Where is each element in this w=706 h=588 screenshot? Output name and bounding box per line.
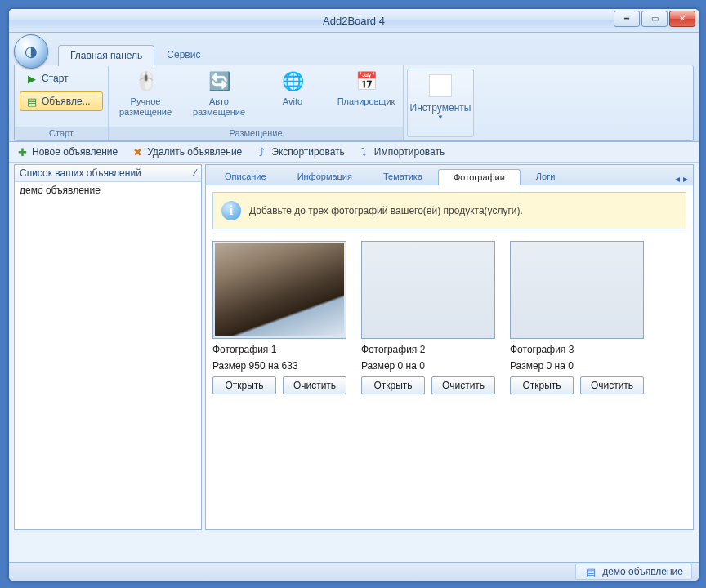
start-label: Старт xyxy=(42,73,69,84)
photos-row: Фотография 1 Размер 950 на 633 Открыть О… xyxy=(206,229,693,406)
status-current-ad[interactable]: ▤ демо объявление xyxy=(575,564,692,580)
ribbon-body: ▶ Старт ▤ Объявле... Старт 🖱️ Ручное раз… xyxy=(14,65,694,141)
new-doc-icon: ✚ xyxy=(16,145,29,158)
clear-button-1[interactable]: Очистить xyxy=(283,376,346,394)
content-tabs: Описание Информация Тематика Фотографии … xyxy=(206,165,693,185)
tools-dropdown[interactable]: Инструменты ▼ xyxy=(407,69,474,137)
chevron-down-icon: ▼ xyxy=(437,114,444,121)
ads-list-header[interactable]: Список ваших объявлений ∕ xyxy=(15,165,201,182)
secondary-toolbar: ✚ Новое объявление ✖ Удалить объявление … xyxy=(9,142,699,163)
photo-title-1: Фотография 1 xyxy=(212,344,346,355)
new-ad-button[interactable]: ✚ Новое объявление xyxy=(16,145,118,158)
scheduler-button[interactable]: 📅 Планировщик xyxy=(334,69,398,117)
tab-information[interactable]: Информация xyxy=(282,168,368,185)
app-window: Add2Board 4 ━ ▭ ✕ ◑ Главная панель Серви… xyxy=(8,8,699,581)
photo-size-1: Размер 950 на 633 xyxy=(212,360,346,372)
workspace: Список ваших объявлений ∕ демо объявлени… xyxy=(9,163,699,533)
ads-list-panel: Список ваших объявлений ∕ демо объявлени… xyxy=(14,164,202,530)
export-button[interactable]: ⤴ Экспортировать xyxy=(255,145,345,158)
refresh-icon: 🔄 xyxy=(206,69,232,95)
main-panel: Описание Информация Тематика Фотографии … xyxy=(205,164,694,530)
scroll-left-icon[interactable]: ◂ xyxy=(675,173,680,185)
avito-label: Avito xyxy=(283,96,302,107)
tools-icon xyxy=(429,74,452,97)
auto-placement-button[interactable]: 🔄 Авто размещение xyxy=(187,69,251,117)
info-icon: i xyxy=(221,201,241,220)
photo-thumbnail-3[interactable] xyxy=(510,241,644,339)
photo-thumbnail-1[interactable] xyxy=(212,241,346,339)
photo-size-3: Размер 0 на 0 xyxy=(510,360,644,372)
minimize-button[interactable]: ━ xyxy=(614,11,640,27)
cursor-icon: 🖱️ xyxy=(132,69,159,95)
tab-logs[interactable]: Логи xyxy=(521,168,571,185)
tab-photos[interactable]: Фотографии xyxy=(438,169,521,185)
photo-title-2: Фотография 2 xyxy=(361,344,495,355)
clear-button-3[interactable]: Очистить xyxy=(580,376,644,394)
document-icon: ▤ xyxy=(25,95,38,108)
status-bar: ▤ демо объявление xyxy=(9,562,699,581)
ribbon: ◑ Главная панель Сервис ▶ Старт ▤ Объявл… xyxy=(9,33,699,142)
open-button-1[interactable]: Открыть xyxy=(212,376,276,394)
group-placement-label: Размещение xyxy=(109,127,403,140)
window-controls: ━ ▭ ✕ xyxy=(612,11,695,27)
import-label: Импортировать xyxy=(374,146,445,158)
maximize-icon: ▭ xyxy=(651,15,659,23)
export-icon: ⤴ xyxy=(255,145,268,158)
ribbon-tabs: Главная панель Сервис xyxy=(58,44,212,65)
photo-size-2: Размер 0 на 0 xyxy=(361,360,495,372)
open-button-3[interactable]: Открыть xyxy=(510,376,574,394)
close-button[interactable]: ✕ xyxy=(669,11,695,27)
tab-description[interactable]: Описание xyxy=(209,168,282,185)
status-doc-icon: ▤ xyxy=(584,565,597,578)
start-button[interactable]: ▶ Старт xyxy=(20,69,103,88)
globe-icon: ◑ xyxy=(25,42,38,60)
ads-list-header-label: Список ваших объявлений xyxy=(20,167,141,179)
tab-theme[interactable]: Тематика xyxy=(368,168,438,185)
maximize-button[interactable]: ▭ xyxy=(641,11,668,27)
new-ad-label: Новое объявление xyxy=(32,146,118,158)
photo-card-2: Фотография 2 Размер 0 на 0 Открыть Очист… xyxy=(361,241,495,394)
export-label: Экспортировать xyxy=(271,146,345,158)
manual-placement-button[interactable]: 🖱️ Ручное размещение xyxy=(114,69,177,117)
delete-ad-label: Удалить объявление xyxy=(147,146,242,158)
play-icon: ▶ xyxy=(25,72,38,85)
photo-thumbnail-2[interactable] xyxy=(361,241,495,339)
group-start-label: Старт xyxy=(15,127,108,140)
calendar-icon: 📅 xyxy=(353,69,379,95)
import-icon: ⤵ xyxy=(358,145,371,158)
ads-label: Объявле... xyxy=(42,96,91,107)
photo-card-1: Фотография 1 Размер 950 на 633 Открыть О… xyxy=(212,241,346,394)
auto-placement-label: Авто размещение xyxy=(193,96,245,117)
sort-icon: ∕ xyxy=(194,167,196,179)
minimize-icon: ━ xyxy=(624,15,629,23)
scroll-right-icon[interactable]: ▸ xyxy=(683,173,688,185)
close-icon: ✕ xyxy=(679,15,686,23)
delete-ad-button[interactable]: ✖ Удалить объявление xyxy=(131,145,242,158)
tools-label: Инструменты xyxy=(410,102,471,114)
status-text: демо объявление xyxy=(602,566,683,577)
ads-button[interactable]: ▤ Объявле... xyxy=(20,91,103,111)
photo-card-3: Фотография 3 Размер 0 на 0 Открыть Очист… xyxy=(510,241,644,394)
photo-title-3: Фотография 3 xyxy=(510,344,644,355)
window-title: Add2Board 4 xyxy=(323,15,385,27)
ads-list-item[interactable]: демо объявление xyxy=(15,182,201,198)
tab-main-panel[interactable]: Главная панель xyxy=(58,45,154,66)
manual-placement-label: Ручное размещение xyxy=(119,96,172,117)
info-banner: i Добавьте до трех фотографий вашего(ей)… xyxy=(212,192,686,229)
delete-doc-icon: ✖ xyxy=(131,145,144,158)
avito-button[interactable]: 🌐 Avito xyxy=(261,69,324,117)
avito-icon: 🌐 xyxy=(279,69,306,95)
tab-service[interactable]: Сервис xyxy=(154,44,212,65)
import-button[interactable]: ⤵ Импортировать xyxy=(358,145,445,158)
info-text: Добавьте до трех фотографий вашего(ей) п… xyxy=(249,205,523,216)
scheduler-label: Планировщик xyxy=(337,96,395,107)
open-button-2[interactable]: Открыть xyxy=(361,376,425,394)
app-orb-button[interactable]: ◑ xyxy=(14,34,48,69)
title-bar[interactable]: Add2Board 4 ━ ▭ ✕ xyxy=(9,9,699,33)
clear-button-2[interactable]: Очистить xyxy=(431,376,495,394)
